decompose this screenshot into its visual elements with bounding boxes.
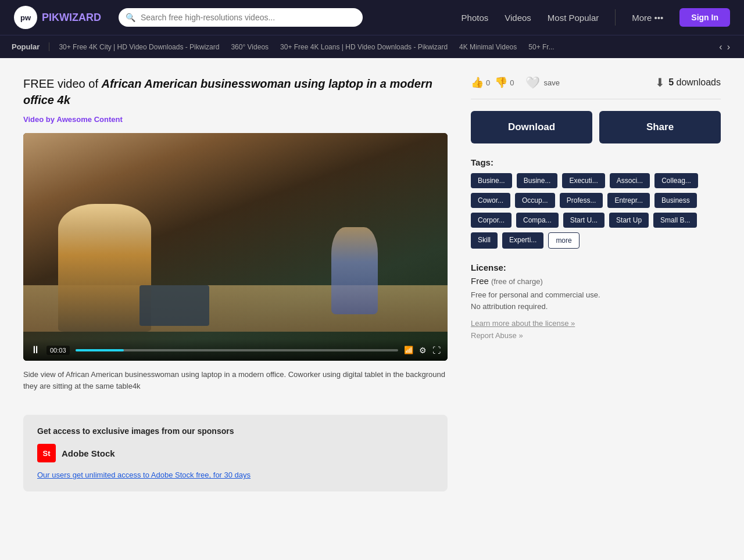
license-desc: Free for personal and commercial use. No… xyxy=(471,289,721,312)
nav-divider xyxy=(615,9,616,26)
adobe-logo: St xyxy=(37,444,56,462)
tag-chip[interactable]: Start U... xyxy=(563,213,604,228)
share-button[interactable]: Share xyxy=(599,111,721,143)
action-buttons: Download Share xyxy=(471,111,721,143)
fullscreen-icon[interactable]: ⛶ xyxy=(432,346,441,355)
tag-chip[interactable]: Small B... xyxy=(653,213,697,228)
logo-icon: pw xyxy=(14,6,37,29)
thumbs-up-button[interactable]: 👍 0 xyxy=(471,76,490,89)
video-player: ⏸ 00:03 📶 ⚙ ⛶ xyxy=(23,133,448,361)
download-button[interactable]: Download xyxy=(471,111,592,143)
more-button[interactable]: More ••• xyxy=(632,13,663,23)
tag-chip[interactable]: Compa... xyxy=(516,213,559,228)
tags-grid: Busine... Busine... Executi... Associ...… xyxy=(471,173,721,249)
license-label: License: xyxy=(471,263,721,272)
tag-chip[interactable]: Colleag... xyxy=(654,173,698,188)
left-column: FREE video of African American businessw… xyxy=(23,76,448,491)
volume-icon[interactable]: 📶 xyxy=(404,346,413,354)
nav-photos[interactable]: Photos xyxy=(462,13,489,23)
video-by: Video by Awesome Content xyxy=(23,115,448,124)
category-next-button[interactable]: › xyxy=(725,42,732,52)
tag-chip[interactable]: Busine... xyxy=(517,173,558,188)
tags-label: Tags: xyxy=(471,157,721,167)
logo[interactable]: pw PIKWIZARD xyxy=(14,6,101,29)
category-items: 30+ Free 4K City | HD Video Downloads - … xyxy=(59,43,717,51)
time-display: 00:03 xyxy=(46,346,70,355)
video-title: FREE video of African American businessw… xyxy=(23,76,448,108)
tag-chip[interactable]: Entrepr... xyxy=(607,193,650,208)
progress-bar[interactable] xyxy=(76,349,398,351)
adobe-link[interactable]: Our users get unlimited access to Adobe … xyxy=(37,471,251,479)
download-count-text: 5 downloads xyxy=(668,77,721,88)
main-content: FREE video of African American businessw… xyxy=(0,58,744,509)
tag-chip[interactable]: Cowor... xyxy=(471,193,510,208)
category-item[interactable]: 50+ Fr... xyxy=(528,43,554,51)
navbar: pw PIKWIZARD 🔍 Photos Videos Most Popula… xyxy=(0,0,744,35)
tags-more-button[interactable]: more xyxy=(548,232,579,249)
tag-chip[interactable]: Associ... xyxy=(610,173,650,188)
thumbs-down-button[interactable]: 👎 0 xyxy=(495,76,514,89)
tag-chip[interactable]: Executi... xyxy=(562,173,604,188)
video-description: Side view of African American businesswo… xyxy=(23,369,448,392)
nav-links: Photos Videos Most Popular More ••• Sign… xyxy=(462,8,730,27)
tag-chip[interactable]: Profess... xyxy=(560,193,603,208)
video-frame xyxy=(23,133,448,361)
tag-chip[interactable]: Start Up xyxy=(609,213,649,228)
actions-row: 👍 0 👎 0 🤍 save ⬇ 5 downloads xyxy=(471,76,721,99)
video-controls: ⏸ 00:03 📶 ⚙ ⛶ xyxy=(23,339,448,361)
settings-icon[interactable]: ⚙ xyxy=(419,346,427,355)
category-bar: Popular 30+ Free 4K City | HD Video Down… xyxy=(0,35,744,58)
pause-button[interactable]: ⏸ xyxy=(30,344,41,356)
popular-label: Popular xyxy=(12,42,49,51)
category-prev-button[interactable]: ‹ xyxy=(717,42,724,52)
heart-icon: 🤍 xyxy=(525,76,540,89)
progress-fill xyxy=(76,349,124,351)
sponsor-title: Get access to exclusive images from our … xyxy=(37,426,434,436)
category-item[interactable]: 4K Minimal Videos xyxy=(459,43,517,51)
tag-chip[interactable]: Corpor... xyxy=(471,213,512,228)
download-count-group: ⬇ 5 downloads xyxy=(655,76,721,89)
save-group[interactable]: 🤍 save xyxy=(525,76,559,89)
category-item[interactable]: 30+ Free 4K Loans | HD Video Downloads -… xyxy=(280,43,448,51)
author-link[interactable]: Awesome Content xyxy=(57,115,123,124)
report-abuse-link[interactable]: Report Abuse » xyxy=(471,331,721,340)
tags-section: Tags: Busine... Busine... Executi... Ass… xyxy=(471,157,721,249)
vote-group: 👍 0 👎 0 xyxy=(471,76,514,89)
search-icon: 🔍 xyxy=(126,13,135,22)
sponsor-box: Get access to exclusive images from our … xyxy=(23,415,448,491)
tag-chip[interactable]: Skill xyxy=(471,232,498,249)
tag-chip[interactable]: Occup... xyxy=(515,193,555,208)
license-free: Free (free of charge) xyxy=(471,276,721,286)
nav-most-popular[interactable]: Most Popular xyxy=(548,13,599,23)
download-count-icon: ⬇ xyxy=(655,76,665,89)
learn-more-link[interactable]: Learn more about the license » xyxy=(471,319,721,328)
adobe-row: St Adobe Stock xyxy=(37,444,434,462)
tag-chip[interactable]: Busine... xyxy=(471,173,512,188)
nav-videos[interactable]: Videos xyxy=(505,13,531,23)
tag-chip[interactable]: Experti... xyxy=(502,232,543,249)
tag-chip[interactable]: Business xyxy=(654,193,697,208)
search-wrap: 🔍 xyxy=(119,8,363,27)
search-input[interactable] xyxy=(119,8,363,27)
adobe-name: Adobe Stock xyxy=(62,448,115,458)
signin-button[interactable]: Sign In xyxy=(679,8,730,27)
save-label: save xyxy=(543,78,559,87)
right-column: 👍 0 👎 0 🤍 save ⬇ 5 downloads Download xyxy=(471,76,721,491)
logo-text: PIKWIZARD xyxy=(42,12,101,24)
category-item[interactable]: 30+ Free 4K City | HD Video Downloads - … xyxy=(59,43,219,51)
license-section: License: Free (free of charge) Free for … xyxy=(471,263,721,340)
category-item[interactable]: 360° Videos xyxy=(231,43,269,51)
